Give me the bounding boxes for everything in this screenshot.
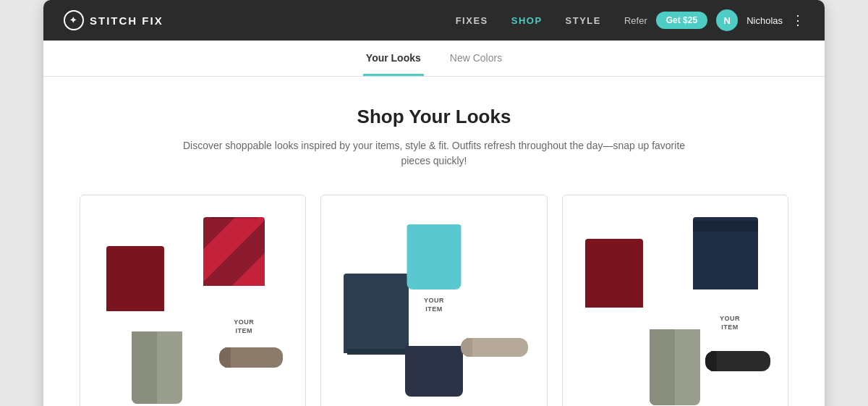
dark-skirt [405,346,463,397]
tab-your-looks[interactable]: Your Looks [363,41,424,76]
dark-sweater [106,246,164,311]
nav-fixes[interactable]: FIXES [456,15,488,26]
clothing-layout-2: YOURITEM [333,210,535,406]
outfit-grid: YOURITEM YOURITEM [80,195,788,406]
nav-shop[interactable]: SHOP [511,15,542,26]
browser-window: ✦ STITCH FIX FIXES SHOP STYLE Refer Get … [43,0,825,406]
page-subtitle: Discover shoppable looks inspired by you… [181,138,687,169]
outfit-card-2[interactable]: YOURITEM [320,195,547,406]
nav-style[interactable]: STYLE [566,15,601,26]
main-content: Shop Your Looks Discover shoppable looks… [43,77,825,406]
grey-sneakers [467,338,528,357]
your-item-badge-3: YOURITEM [720,315,740,331]
user-name: Nicholas [746,15,783,26]
navy-shirt [693,217,758,289]
clothing-layout-1: YOURITEM [92,210,294,406]
black-shoes [711,351,770,371]
nav-links: FIXES SHOP STYLE [456,14,601,27]
brown-shoes [225,347,283,368]
plaid-shirt [203,217,265,286]
logo[interactable]: ✦ STITCH FIX [64,10,163,30]
avatar: N [716,9,738,31]
logo-icon: ✦ [64,10,84,30]
refer-label: Refer [624,15,647,26]
nav-right: Refer Get $25 N Nicholas ⋮ [624,9,804,31]
get25-button[interactable]: Get $25 [656,12,707,29]
your-item-badge-2: YOURITEM [424,297,444,313]
your-item-badge-1: YOURITEM [234,318,254,335]
clothing-layout-3: YOURITEM [574,210,776,406]
top-nav: ✦ STITCH FIX FIXES SHOP STYLE Refer Get … [43,0,825,41]
tabs-bar: Your Looks New Colors [43,41,825,77]
tab-new-colors[interactable]: New Colors [447,41,505,76]
outfit-card-1[interactable]: YOURITEM [80,195,306,406]
navy-hoodie [344,274,409,353]
outfit-card-3[interactable]: YOURITEM [562,195,788,406]
page-title: Shop Your Looks [80,106,788,128]
blue-tank [407,224,461,289]
grey-pants-1 [132,331,182,404]
more-options-icon[interactable]: ⋮ [791,12,804,28]
logo-text: STITCH FIX [90,14,163,27]
burgundy-sweater [585,239,643,308]
grey-pants-3 [650,329,700,405]
